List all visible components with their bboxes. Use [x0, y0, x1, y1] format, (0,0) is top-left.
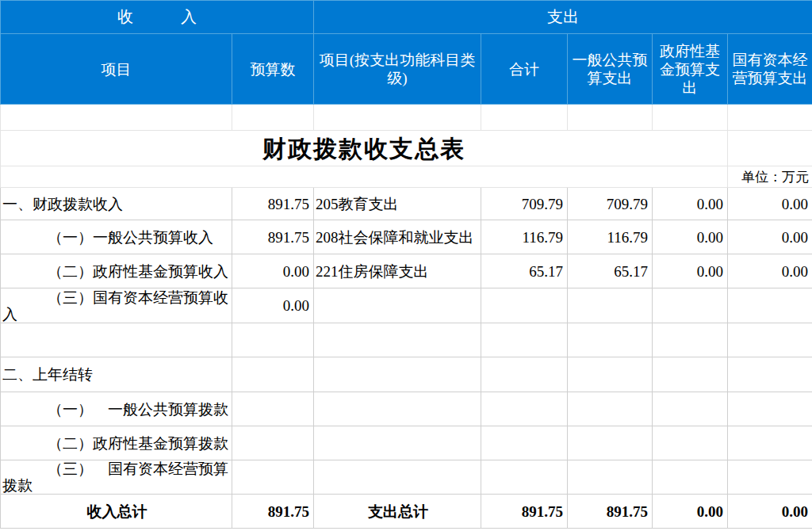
state-capital-expense-cell[interactable] — [728, 426, 812, 460]
expense-total-cell[interactable] — [481, 392, 568, 426]
unit-note[interactable]: 单位：万元 — [728, 166, 812, 188]
income-budget-cell[interactable] — [232, 392, 314, 426]
expense-total-cell[interactable] — [481, 426, 568, 460]
state-capital-expense-cell[interactable] — [728, 323, 812, 357]
income-item-cell[interactable]: 一、财政拨款收入 — [1, 188, 232, 220]
expense-total-cell[interactable] — [481, 323, 568, 357]
expense-item-cell[interactable] — [314, 460, 481, 495]
gov-fund-expense-cell[interactable] — [653, 357, 728, 392]
expense-item-cell[interactable] — [314, 426, 481, 460]
col-header-gov-fund[interactable]: 政府性基金预算支出 — [653, 34, 728, 105]
income-budget-cell[interactable]: 0.00 — [232, 288, 314, 323]
state-capital-expense-cell[interactable] — [728, 460, 812, 495]
gov-fund-expense-cell[interactable] — [653, 392, 728, 426]
expense-item-cell[interactable] — [314, 288, 481, 323]
state-capital-total-cell[interactable]: 0.00 — [728, 495, 812, 529]
gov-fund-total-cell[interactable]: 0.00 — [653, 495, 728, 529]
empty-cell[interactable] — [314, 105, 481, 131]
income-budget-cell[interactable]: 891.75 — [232, 188, 314, 220]
income-budget-cell[interactable] — [232, 357, 314, 392]
group-header-row: 收 入 支出 — [1, 1, 812, 34]
income-item-cell[interactable]: （二）政府性基金预算拨款 — [1, 426, 232, 460]
general-budget-expense-cell[interactable] — [568, 288, 653, 323]
expense-total-label-cell[interactable]: 支出总计 — [314, 495, 481, 529]
col-header-total[interactable]: 合计 — [481, 34, 568, 105]
empty-cell[interactable] — [481, 105, 568, 131]
empty-cell[interactable] — [653, 105, 728, 131]
income-item-cell[interactable]: （三）国有资本经营预算收入 — [1, 288, 232, 323]
income-item-cell[interactable] — [1, 323, 232, 357]
expense-item-cell[interactable]: 221住房保障支出 — [314, 254, 481, 288]
gov-fund-expense-cell[interactable]: 0.00 — [653, 254, 728, 288]
col-header-budget[interactable]: 预算数 — [232, 34, 314, 105]
gov-fund-expense-cell[interactable]: 0.00 — [653, 220, 728, 254]
income-budget-cell[interactable] — [232, 323, 314, 357]
empty-cell[interactable] — [1, 105, 232, 131]
empty-cell[interactable] — [1, 166, 728, 188]
expenditure-section-header[interactable]: 支出 — [314, 1, 812, 34]
expense-item-cell[interactable]: 208社会保障和就业支出 — [314, 220, 481, 254]
table-body: 一、财政拨款收入 891.75 205教育支出 709.79 709.79 0.… — [1, 188, 812, 529]
income-budget-cell[interactable]: 0.00 — [232, 254, 314, 288]
col-header-general-budget[interactable]: 一般公共预算支出 — [568, 34, 653, 105]
general-budget-expense-cell[interactable]: 116.79 — [568, 220, 653, 254]
empty-cell[interactable] — [728, 131, 812, 166]
expense-total-cell[interactable]: 709.79 — [481, 188, 568, 220]
expense-item-cell[interactable] — [314, 357, 481, 392]
general-budget-expense-cell[interactable] — [568, 357, 653, 392]
income-budget-cell[interactable] — [232, 426, 314, 460]
table-row: （一） 一般公共预算拨款 — [1, 392, 812, 426]
state-capital-expense-cell[interactable] — [728, 392, 812, 426]
income-item-cell[interactable]: （一）一般公共预算收入 — [1, 220, 232, 254]
empty-row — [1, 105, 812, 131]
income-item-cell[interactable]: 二、上年结转 — [1, 357, 232, 392]
general-budget-expense-cell[interactable] — [568, 392, 653, 426]
income-item-cell[interactable]: （三） 国有资本经营预算拨款 — [1, 460, 232, 495]
income-section-header[interactable]: 收 入 — [1, 1, 314, 34]
state-capital-expense-cell[interactable]: 0.00 — [728, 188, 812, 220]
income-item-cell[interactable]: （一） 一般公共预算拨款 — [1, 392, 232, 426]
expense-total-cell[interactable] — [481, 460, 568, 495]
totals-row: 收入总计 891.75 支出总计 891.75 891.75 0.00 0.00 — [1, 495, 812, 529]
unit-row: 单位：万元 — [1, 166, 812, 188]
state-capital-expense-cell[interactable] — [728, 288, 812, 323]
general-budget-expense-cell[interactable] — [568, 460, 653, 495]
income-total-label-cell[interactable]: 收入总计 — [1, 495, 232, 529]
general-budget-total-cell[interactable]: 891.75 — [568, 495, 653, 529]
expense-total-cell[interactable]: 116.79 — [481, 220, 568, 254]
col-header-income-item[interactable]: 项目 — [1, 34, 232, 105]
state-capital-expense-cell[interactable]: 0.00 — [728, 254, 812, 288]
general-budget-expense-cell[interactable]: 65.17 — [568, 254, 653, 288]
table-row: （二）政府性基金预算拨款 — [1, 426, 812, 460]
empty-cell[interactable] — [568, 105, 653, 131]
general-budget-expense-cell[interactable] — [568, 323, 653, 357]
page-title[interactable]: 财政拨款收支总表 — [1, 131, 728, 166]
income-budget-cell[interactable]: 891.75 — [232, 220, 314, 254]
income-budget-cell[interactable] — [232, 460, 314, 495]
state-capital-expense-cell[interactable]: 0.00 — [728, 220, 812, 254]
table-row: （一）一般公共预算收入 891.75 208社会保障和就业支出 116.79 1… — [1, 220, 812, 254]
expense-total-cell[interactable]: 65.17 — [481, 254, 568, 288]
empty-cell[interactable] — [728, 105, 812, 131]
gov-fund-expense-cell[interactable] — [653, 426, 728, 460]
state-capital-expense-cell[interactable] — [728, 357, 812, 392]
income-total-cell[interactable]: 891.75 — [232, 495, 314, 529]
expense-item-cell[interactable] — [314, 392, 481, 426]
income-item-cell[interactable]: （二）政府性基金预算收入 — [1, 254, 232, 288]
gov-fund-expense-cell[interactable] — [653, 460, 728, 495]
col-header-expense-item[interactable]: 项目(按支出功能科目类级) — [314, 34, 481, 105]
expense-item-cell[interactable]: 205教育支出 — [314, 188, 481, 220]
table-row: 二、上年结转 — [1, 357, 812, 392]
expense-total-cell[interactable] — [481, 357, 568, 392]
gov-fund-expense-cell[interactable] — [653, 323, 728, 357]
empty-cell[interactable] — [232, 105, 314, 131]
expense-grand-total-cell[interactable]: 891.75 — [481, 495, 568, 529]
expense-item-cell[interactable] — [314, 323, 481, 357]
title-row: 财政拨款收支总表 — [1, 131, 812, 166]
expense-total-cell[interactable] — [481, 288, 568, 323]
gov-fund-expense-cell[interactable] — [653, 288, 728, 323]
general-budget-expense-cell[interactable]: 709.79 — [568, 188, 653, 220]
col-header-state-capital[interactable]: 国有资本经营预算支出 — [728, 34, 812, 105]
general-budget-expense-cell[interactable] — [568, 426, 653, 460]
gov-fund-expense-cell[interactable]: 0.00 — [653, 188, 728, 220]
